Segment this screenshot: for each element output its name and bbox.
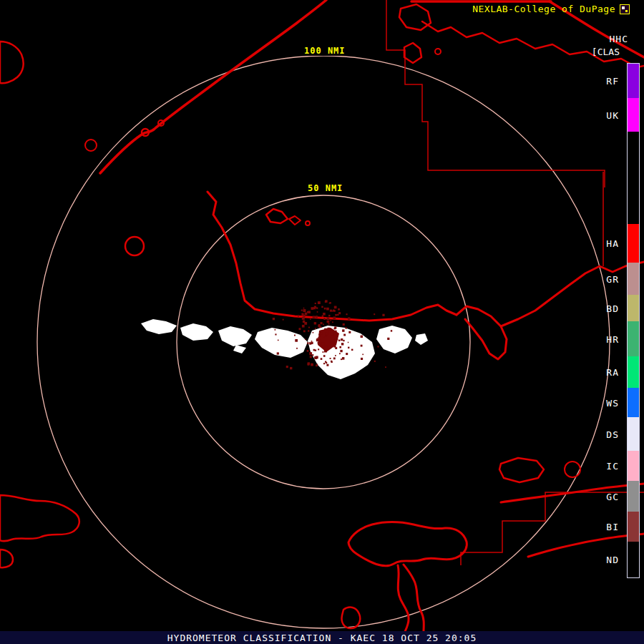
echo-blob xyxy=(376,326,412,353)
echo-speckle xyxy=(321,322,323,324)
echo-speckle xyxy=(326,362,327,364)
echo-speckle xyxy=(321,306,323,308)
range-label-100nmi: 100 NMI xyxy=(302,46,348,56)
lake-left-2 xyxy=(125,237,144,255)
echo-speckle xyxy=(318,342,320,344)
echo-speckle xyxy=(348,342,349,343)
echo-speckle xyxy=(332,329,333,331)
radar-echoes-white xyxy=(141,319,428,379)
brand-text: NEXLAB-College of DuPage xyxy=(472,4,615,14)
echo-speckle xyxy=(302,317,305,320)
echo-speckle xyxy=(318,326,320,328)
lake-right xyxy=(565,462,580,477)
echo-speckle xyxy=(391,330,392,331)
echo-speckle xyxy=(313,332,314,333)
echo-speckle xyxy=(325,335,326,336)
legend-label-BI: BI xyxy=(606,522,619,532)
echo-speckle xyxy=(385,366,386,368)
coastline-peninsula xyxy=(457,306,507,359)
echo-speckle xyxy=(348,318,351,321)
echo-speckle xyxy=(322,316,324,318)
legend-segment-IC: IC xyxy=(628,451,639,481)
echo-speckle xyxy=(323,346,325,348)
echo-speckle xyxy=(342,357,345,360)
echo-blob xyxy=(415,333,428,345)
echo-speckle xyxy=(277,352,279,354)
echo-speckle xyxy=(342,329,344,331)
echo-speckle xyxy=(333,342,336,344)
echo-speckle xyxy=(343,340,344,341)
echo-speckle xyxy=(340,350,342,352)
echo-speckle xyxy=(311,342,313,344)
island-bottomright xyxy=(499,458,544,482)
radar-map xyxy=(0,0,644,644)
echo-speckle xyxy=(307,342,308,343)
status-text: HYDROMETEOR CLASSIFICATION - KAEC 18 OCT… xyxy=(167,633,477,643)
echo-speckle xyxy=(326,317,329,320)
cod-logo-icon xyxy=(620,4,630,14)
echo-speckle xyxy=(318,337,321,340)
blob-topleft-edge xyxy=(0,42,24,83)
legend-segment-DS: DS xyxy=(628,417,639,451)
echo-speckle xyxy=(313,307,316,309)
echo-speckle xyxy=(374,313,375,315)
echo-speckle xyxy=(341,343,343,345)
legend-label-RA: RA xyxy=(606,367,619,378)
echo-speckle xyxy=(311,341,313,342)
echo-speckle xyxy=(334,306,337,309)
color-scale: RFUKHAGRBDHRRAWSDSICGCBIND xyxy=(627,63,640,578)
echo-speckle xyxy=(325,301,326,303)
echo-speckle xyxy=(323,355,326,357)
echo-speckle xyxy=(330,358,331,359)
echo-speckle xyxy=(341,358,342,360)
echo-speckle xyxy=(330,341,333,344)
echo-speckle xyxy=(339,353,341,354)
echo-speckle xyxy=(278,340,279,341)
legend-label-UK: UK xyxy=(606,109,619,120)
echo-blob xyxy=(308,326,375,379)
echo-speckle xyxy=(361,345,363,347)
echo-speckle xyxy=(361,336,363,338)
echo-speckle xyxy=(294,335,296,336)
legend-label-GC: GC xyxy=(606,491,619,502)
legend-segment-RF: RF xyxy=(628,64,639,98)
legend-segment-2 xyxy=(628,132,639,224)
echo-speckle xyxy=(311,364,313,366)
echo-speckle xyxy=(298,315,299,316)
echo-speckle xyxy=(374,361,376,362)
island-central-3 xyxy=(306,221,310,225)
echo-speckle xyxy=(333,358,336,360)
coastline-central xyxy=(208,192,457,321)
legend-label-WS: WS xyxy=(606,397,619,408)
island-topright-1 xyxy=(399,4,431,30)
echo-speckle xyxy=(323,323,324,325)
echo-speckle xyxy=(324,328,327,331)
range-label-50nmi: 50 NMI xyxy=(306,183,345,193)
island-topright-3 xyxy=(435,49,441,54)
blob-bottomleft-1 xyxy=(0,495,79,541)
echo-speckle xyxy=(322,342,325,345)
echo-speckle xyxy=(313,349,316,351)
coastline-east xyxy=(501,262,644,326)
echo-speckle xyxy=(302,325,305,328)
coastlines xyxy=(0,0,644,644)
echo-speckle xyxy=(308,327,310,328)
echo-speckle xyxy=(295,339,298,342)
echo-speckle xyxy=(320,332,323,335)
echo-speckle xyxy=(346,327,347,328)
echo-speckle xyxy=(318,348,319,350)
echo-speckle xyxy=(338,312,341,314)
legend-segment-HA: HA xyxy=(628,224,639,263)
echo-speckle xyxy=(330,310,332,312)
blob-bottomleft-2 xyxy=(0,550,13,567)
echo-speckle xyxy=(315,303,316,304)
echo-speckle xyxy=(323,313,326,316)
echo-speckle xyxy=(335,355,336,356)
echo-speckle xyxy=(303,308,305,309)
echo-speckle xyxy=(275,333,276,335)
echo-speckle xyxy=(313,316,316,318)
echo-blob xyxy=(218,326,252,346)
echo-speckle xyxy=(351,349,353,351)
echo-speckle xyxy=(328,332,329,333)
echo-speckle xyxy=(329,303,331,304)
